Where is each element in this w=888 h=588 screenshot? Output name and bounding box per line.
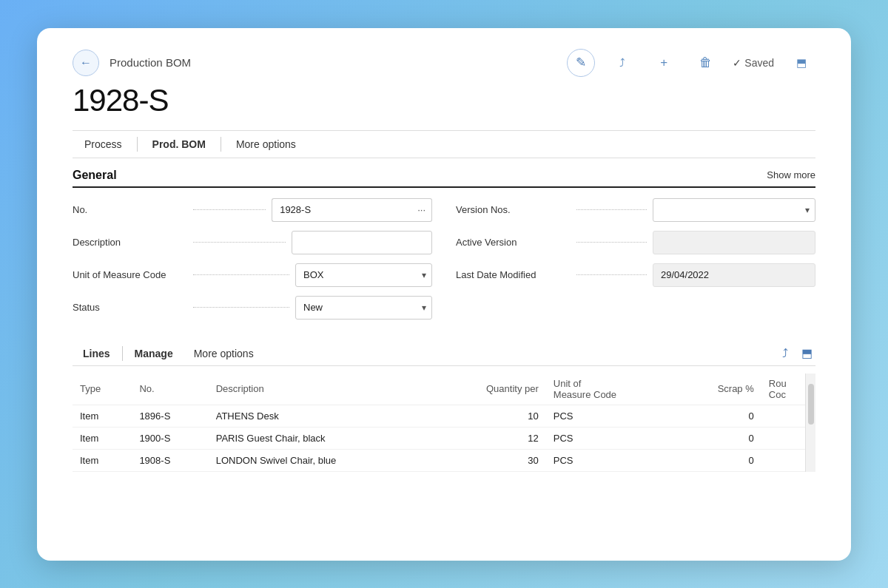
general-section-header: General Show more: [73, 169, 815, 188]
row-2-uom: PCS: [546, 427, 676, 449]
field-last-date: Last Date Modified: [456, 263, 815, 287]
row-2-no: 1900-S: [132, 427, 208, 449]
lines-tab-manage-label: Manage: [135, 348, 173, 359]
field-version-nos-select[interactable]: [653, 198, 815, 222]
lines-tabs: Lines Manage More options ⤴ ⬒: [73, 342, 815, 366]
lines-share-icon: ⤴: [782, 347, 788, 359]
tab-prod-bom[interactable]: Prod. BOM: [141, 131, 218, 158]
section-title: General: [73, 169, 117, 182]
tab-separator-1: [137, 137, 138, 152]
show-more-button[interactable]: Show more: [767, 169, 815, 180]
lines-tab-lines-label: Lines: [83, 348, 110, 359]
field-uom: Unit of Measure Code BOX PCS SET: [73, 263, 432, 287]
lines-tab-more[interactable]: More options: [184, 342, 264, 365]
col-quantity-per-label: Quantity per: [486, 383, 539, 394]
table-row[interactable]: Item 1908-S LONDON Swivel Chair, blue 30…: [73, 449, 815, 471]
delete-button[interactable]: 🗑: [691, 49, 719, 77]
delete-icon: 🗑: [699, 55, 712, 70]
field-active-version-input: [653, 231, 815, 254]
general-form: No. ··· Description Unit of Measure Code: [73, 198, 815, 328]
back-button[interactable]: ←: [73, 50, 99, 76]
row-1-uom: PCS: [546, 405, 676, 427]
lines-table: Type No. Description Quantity per Unit o: [73, 374, 815, 472]
tab-more-options[interactable]: More options: [224, 131, 308, 158]
lines-tab-manage[interactable]: Manage: [124, 342, 184, 365]
add-button[interactable]: +: [650, 49, 678, 77]
lines-tab-more-label: More options: [194, 348, 254, 359]
tab-prod-bom-label: Prod. BOM: [152, 138, 206, 150]
field-status-select-wrapper: New Certified Under Development Closed: [295, 296, 432, 320]
lines-tab-separator-1: [122, 346, 123, 361]
field-no-ellipsis-btn[interactable]: ···: [411, 198, 432, 222]
dotted-line-uom: [193, 274, 289, 275]
col-quantity-per: Quantity per: [434, 374, 546, 405]
field-description-input[interactable]: [292, 231, 432, 254]
tab-process-label: Process: [84, 138, 122, 150]
field-description: Description: [73, 231, 432, 254]
main-tabs: Process Prod. BOM More options: [73, 131, 815, 158]
row-1-scrap: 0: [676, 405, 761, 427]
col-routing-label: RouCoc: [769, 378, 787, 400]
row-1-type: Item: [73, 405, 132, 427]
col-no: No.: [132, 374, 208, 405]
field-uom-select-wrapper: BOX PCS SET: [295, 263, 432, 287]
saved-status: ✓ Saved: [733, 57, 774, 69]
row-3-quantity: 30: [434, 449, 546, 471]
tab-separator-2: [221, 137, 221, 152]
share-button[interactable]: ⤴: [608, 49, 636, 77]
field-no-input[interactable]: [272, 198, 411, 222]
header-actions: ✎ ⤴ + 🗑 ✓ Saved ⬒: [567, 49, 815, 77]
field-uom-label: Unit of Measure Code: [73, 269, 187, 280]
field-no-input-group: ···: [272, 198, 432, 222]
col-uom-label: Unit ofMeasure Code: [554, 378, 616, 400]
field-description-label: Description: [73, 237, 187, 248]
col-description: Description: [209, 374, 434, 405]
field-version-nos-select-wrapper: [653, 198, 815, 222]
edit-icon: ✎: [576, 55, 586, 70]
form-right-col: Version Nos. Active Version: [456, 198, 815, 328]
field-no-label: No.: [73, 204, 187, 215]
open-external-button[interactable]: ⬒: [787, 49, 815, 77]
table-header-row: Type No. Description Quantity per Unit o: [73, 374, 815, 405]
header: ← Production BOM ✎ ⤴ + 🗑 ✓ Saved: [73, 49, 815, 77]
field-active-version-label: Active Version: [456, 237, 571, 248]
dotted-line-last-date: [576, 274, 647, 275]
row-1-description: ATHENS Desk: [209, 405, 434, 427]
table-row[interactable]: Item 1896-S ATHENS Desk 10 PCS 0: [73, 405, 815, 427]
row-3-type: Item: [73, 449, 132, 471]
show-more-label: Show more: [767, 169, 815, 180]
dotted-line-desc: [193, 242, 286, 243]
col-description-label: Description: [216, 383, 264, 394]
table-row[interactable]: Item 1900-S PARIS Guest Chair, black 12 …: [73, 427, 815, 449]
table-scrollbar[interactable]: [805, 374, 815, 472]
col-type: Type: [73, 374, 132, 405]
field-last-date-input: [653, 263, 815, 287]
check-icon: ✓: [733, 57, 741, 69]
col-uom: Unit ofMeasure Code: [546, 374, 676, 405]
breadcrumb: Production BOM: [110, 56, 567, 69]
field-status: Status New Certified Under Development C…: [73, 296, 432, 320]
row-2-scrap: 0: [676, 427, 761, 449]
field-status-label: Status: [73, 302, 187, 313]
row-1-quantity: 10: [434, 405, 546, 427]
row-3-description: LONDON Swivel Chair, blue: [209, 449, 434, 471]
open-external-icon: ⬒: [796, 56, 807, 70]
dotted-line-version-nos: [576, 209, 647, 210]
field-uom-select[interactable]: BOX PCS SET: [295, 263, 432, 287]
tab-process[interactable]: Process: [73, 131, 134, 158]
scroll-thumb: [808, 384, 814, 425]
form-left-col: No. ··· Description Unit of Measure Code: [73, 198, 432, 328]
lines-open-button[interactable]: ⬒: [798, 345, 815, 362]
lines-tab-lines[interactable]: Lines: [73, 342, 121, 365]
field-version-nos-label: Version Nos.: [456, 204, 571, 215]
lines-share-button[interactable]: ⤴: [779, 345, 791, 362]
lines-table-container: Type No. Description Quantity per Unit o: [73, 374, 815, 472]
edit-button[interactable]: ✎: [567, 49, 595, 77]
tab-more-options-label: More options: [236, 138, 296, 150]
col-scrap-label: Scrap %: [718, 383, 754, 394]
field-status-select[interactable]: New Certified Under Development Closed: [295, 296, 432, 320]
row-2-type: Item: [73, 427, 132, 449]
dotted-line-active-version: [576, 242, 647, 243]
share-icon: ⤴: [619, 56, 625, 69]
back-icon: ←: [80, 56, 92, 70]
